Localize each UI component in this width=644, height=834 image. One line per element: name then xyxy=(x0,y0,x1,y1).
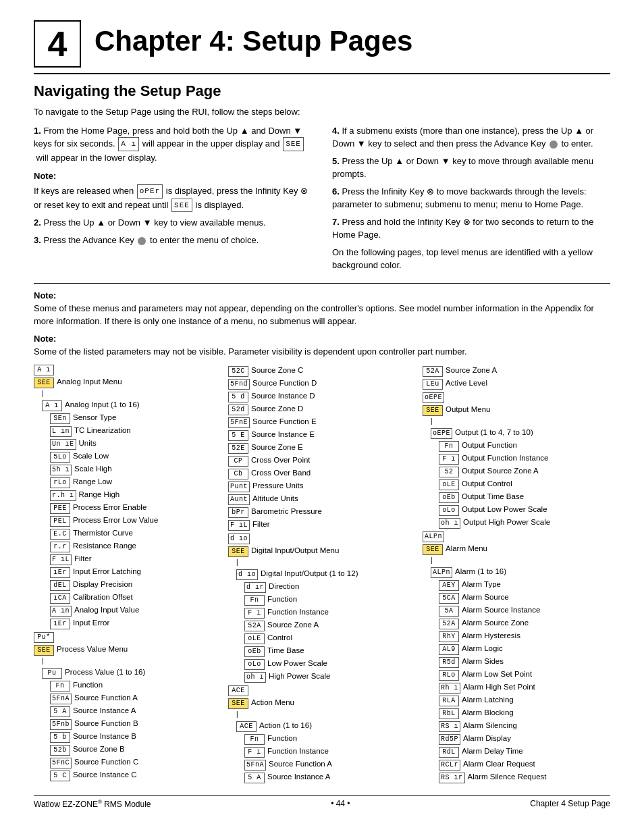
menu-label: Source Zone C xyxy=(251,365,303,375)
menu-tag: RdL xyxy=(439,747,459,758)
menu-label: Source Zone A xyxy=(446,365,497,375)
menu-label: Process Error Enable xyxy=(73,502,146,513)
menu-tag: 5FnA xyxy=(244,760,266,771)
menu-thermistor: E.C Thermistor Curve xyxy=(50,527,221,540)
menu-tag: 52C xyxy=(228,366,248,377)
steps-left-list: 1. From the Home Page, press and hold bo… xyxy=(34,124,312,247)
menu-active-level: LEu Active Level xyxy=(423,377,610,390)
menu-label: Scale High xyxy=(74,463,112,474)
advance-key-icon-2 xyxy=(549,140,558,149)
menu-tag: R5d xyxy=(439,657,459,668)
menu-label: Action (1 to 16) xyxy=(259,720,312,731)
menu-label: Output Low Power Scale xyxy=(462,504,547,515)
menu-tag: AL9 xyxy=(439,644,459,655)
menu-szb: 52b Source Zone B xyxy=(50,744,221,756)
menu-ai-instance: A ı Analog Input (1 to 16) xyxy=(42,399,221,411)
menu-label: Source Function B xyxy=(74,718,138,729)
menu-alarm-lowsp: RLo Alarm Low Set Point xyxy=(439,669,610,681)
menu-tag: 5FnA xyxy=(50,694,72,704)
menu-tag: Aunt xyxy=(228,494,250,505)
menu-output-hpscale: oh ı Output High Power Scale xyxy=(439,517,610,529)
menu-tag: 52d xyxy=(228,405,248,415)
menu-tag: rLo xyxy=(50,477,70,488)
menu-tag: oEPE xyxy=(423,392,444,403)
menu-tag: 52A xyxy=(439,619,459,629)
menu-tag: RLA xyxy=(439,696,459,706)
menu-tag: 5 b xyxy=(50,732,70,743)
menu-label: Alarm Display xyxy=(463,733,511,744)
steps-right-list: 4. If a submenu exists (more than one in… xyxy=(332,124,610,272)
menu-label: Units xyxy=(79,438,97,448)
menu-label: Output Source Zone A xyxy=(462,465,539,476)
menu-filter2: F ıL Filter xyxy=(228,519,416,531)
lcd-see2: SEE xyxy=(171,199,192,213)
menu-label: Display Precision xyxy=(73,579,132,590)
menu-label: Function xyxy=(73,679,103,690)
menu-sza-dio: 52A Source Zone A xyxy=(244,619,416,631)
menu-tag: Rd5P xyxy=(439,734,460,745)
menu-tag-see: SEE xyxy=(423,405,443,416)
menu-label: Alarm (1 to 16) xyxy=(455,566,506,577)
menu-pv-tag: Pu* xyxy=(34,632,221,643)
menu-tag: RLo xyxy=(439,670,459,681)
menu-label: Range Low xyxy=(73,476,112,487)
menu-sfna: 5FnA Source Function A xyxy=(50,692,221,704)
menu-tag: 5h ı xyxy=(50,465,72,475)
menu-tag: F ıL xyxy=(228,520,250,531)
menu-label: Alarm Source Zone xyxy=(462,617,529,628)
menu-label: Output Function xyxy=(462,440,517,450)
menu-label: TC Linearization xyxy=(74,425,131,436)
menu-direction: d ır Direction xyxy=(244,581,416,593)
menu-label: Function xyxy=(267,733,297,744)
menu-tag: RbL xyxy=(439,708,459,719)
menu-label: Alarm Delay Time xyxy=(462,746,523,756)
menu-tag: 52A xyxy=(423,366,443,377)
menu-label: Source Zone D xyxy=(251,403,303,414)
menu-label: Function xyxy=(267,594,297,604)
menu-alarm-instance: ALPn Alarm (1 to 16) xyxy=(431,566,610,578)
menu-tag: Fn xyxy=(244,595,265,606)
menu-sfnc: 5FnC Source Function C xyxy=(50,756,221,768)
menu-label: Source Instance B xyxy=(73,731,136,741)
menu-output-sz: 52 Output Source Zone A xyxy=(439,465,610,477)
menu-alarm-highsp: Rh ı Alarm High Set Point xyxy=(439,681,610,694)
menu-label: Output High Power Scale xyxy=(463,517,550,527)
step-3: 3. Press the Advance Key to enter the me… xyxy=(34,234,312,247)
menu-tag: LEu xyxy=(423,379,443,390)
menu-tag: A ı xyxy=(42,400,62,411)
menu-tag: SEn xyxy=(50,413,70,424)
page: 4 Chapter 4: Setup Pages Navigating the … xyxy=(0,0,644,834)
menu-label: Source Instance D xyxy=(251,390,315,401)
menu-label: Low Power Scale xyxy=(267,658,327,669)
menu-tag: oLo xyxy=(439,505,459,516)
menu-tag: 52A xyxy=(244,621,265,631)
menu-label: Alarm Source Instance xyxy=(462,604,540,615)
menu-fi3: F ı Function Instance xyxy=(244,746,416,758)
divider-1 xyxy=(34,283,610,284)
menu-col-3: 52A Source Zone A LEu Active Level oEPE … xyxy=(423,365,610,784)
step-1: 1. From the Home Page, press and hold bo… xyxy=(34,124,312,165)
menu-tag: PEL xyxy=(50,516,70,527)
menu-label: Analog Input Value xyxy=(74,604,139,615)
menu-tag: 5 A xyxy=(244,773,265,783)
step-6: 6. Press the Infinity Key ⊗ to move back… xyxy=(332,185,610,211)
menu-tag: Un ıE xyxy=(50,439,76,450)
menu-tag: 52b xyxy=(50,745,70,756)
menu-label: Sensor Type xyxy=(73,412,116,423)
menu-columns: A ı SEE Analog Input Menu | A ı Analog I… xyxy=(34,365,610,784)
menu-label: Filter xyxy=(74,553,92,564)
menu-sia: 5 A Source Instance A xyxy=(50,705,221,717)
menu-tag: E.C xyxy=(50,529,70,540)
menu-alarm-delay: RdL Alarm Delay Time xyxy=(439,746,610,758)
menu-alarm-tag: ALPn xyxy=(423,531,610,542)
menu-label: Source Zone A xyxy=(267,619,319,630)
menu-label: Calibration Offset xyxy=(73,592,133,602)
menu-display-prec: dEL Display Precision xyxy=(50,579,221,591)
note-text-3: Some of the listed parameters may not be… xyxy=(34,345,610,359)
menu-label: Process Value Menu xyxy=(57,644,128,654)
menu-label: Filter xyxy=(252,519,270,529)
menu-tag: ALPn xyxy=(431,567,452,578)
menu-tag-see: SEE xyxy=(228,698,248,709)
menu-tag: r.r xyxy=(50,542,70,552)
menu-label: Alarm Silencing xyxy=(463,720,517,731)
